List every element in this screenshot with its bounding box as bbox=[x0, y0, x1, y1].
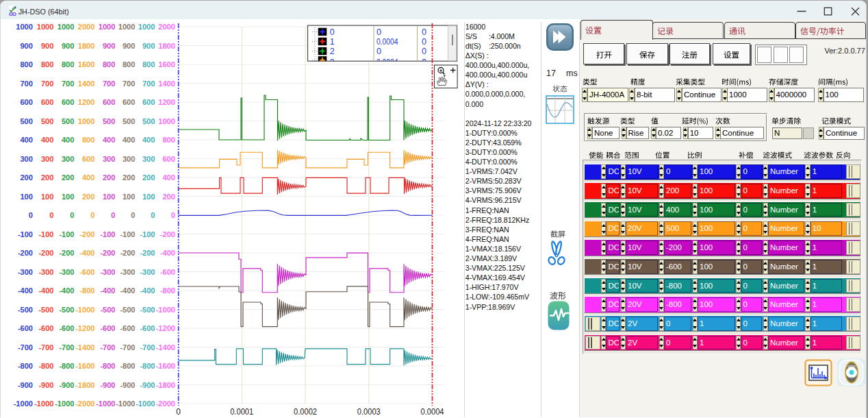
svg-text:200: 200 bbox=[82, 193, 95, 201]
svg-text:-300: -300 bbox=[120, 268, 135, 276]
svg-text:-600: -600 bbox=[160, 268, 175, 276]
svg-text:-900: -900 bbox=[120, 381, 135, 389]
svg-text:0: 0 bbox=[29, 211, 33, 219]
svg-text:-800: -800 bbox=[38, 362, 53, 370]
svg-text:-1800: -1800 bbox=[156, 381, 175, 389]
svg-text:-1400: -1400 bbox=[75, 343, 94, 352]
svg-text:1000: 1000 bbox=[99, 23, 116, 31]
svg-text:400: 400 bbox=[20, 136, 33, 144]
svg-text:-800: -800 bbox=[120, 362, 135, 370]
svg-text:600: 600 bbox=[20, 98, 33, 106]
svg-text:800: 800 bbox=[82, 136, 95, 144]
svg-text:-400: -400 bbox=[140, 286, 155, 295]
svg-text:-1600: -1600 bbox=[156, 362, 175, 370]
svg-text:-1400: -1400 bbox=[156, 343, 175, 352]
svg-text:500: 500 bbox=[62, 117, 75, 125]
svg-text:-1000: -1000 bbox=[136, 399, 155, 408]
svg-text:700: 700 bbox=[41, 79, 54, 88]
svg-text:500: 500 bbox=[20, 117, 33, 125]
svg-text:2000: 2000 bbox=[158, 23, 175, 31]
svg-text:800: 800 bbox=[41, 60, 54, 69]
svg-text:-600: -600 bbox=[120, 324, 135, 332]
svg-text:0: 0 bbox=[330, 27, 335, 37]
svg-text:400: 400 bbox=[103, 136, 116, 144]
svg-text:-500: -500 bbox=[120, 306, 135, 314]
svg-text:1600: 1600 bbox=[158, 60, 175, 69]
svg-text:400: 400 bbox=[162, 173, 175, 182]
svg-text:600: 600 bbox=[162, 155, 175, 163]
svg-text:1000: 1000 bbox=[58, 23, 75, 31]
svg-text:2000: 2000 bbox=[78, 23, 95, 31]
svg-text:1600: 1600 bbox=[78, 60, 95, 69]
svg-text:-100: -100 bbox=[120, 230, 135, 238]
svg-text:0: 0 bbox=[111, 211, 115, 219]
svg-text:100: 100 bbox=[142, 193, 155, 201]
svg-text:0.0004: 0.0004 bbox=[421, 407, 444, 417]
svg-text:-200: -200 bbox=[120, 249, 135, 257]
svg-text:600: 600 bbox=[82, 155, 95, 163]
svg-text:200: 200 bbox=[62, 173, 75, 182]
svg-text:400: 400 bbox=[82, 173, 95, 182]
svg-text:800: 800 bbox=[62, 60, 75, 69]
svg-text:-400: -400 bbox=[160, 249, 175, 257]
svg-text:1: 1 bbox=[330, 37, 335, 47]
svg-text:400: 400 bbox=[123, 136, 136, 144]
svg-text:-1200: -1200 bbox=[75, 324, 94, 332]
svg-text:-1800: -1800 bbox=[75, 381, 94, 389]
svg-text:400: 400 bbox=[142, 136, 155, 144]
svg-text:-900: -900 bbox=[59, 381, 74, 389]
svg-text:900: 900 bbox=[103, 42, 116, 50]
svg-text:0: 0 bbox=[376, 47, 381, 56]
svg-text:-1000: -1000 bbox=[75, 306, 94, 314]
svg-text:1200: 1200 bbox=[78, 98, 95, 106]
svg-text:600: 600 bbox=[103, 98, 116, 106]
svg-text:100: 100 bbox=[20, 193, 33, 201]
svg-text:800: 800 bbox=[123, 60, 136, 69]
svg-text:-200: -200 bbox=[160, 230, 175, 238]
svg-text:0: 0 bbox=[176, 407, 181, 417]
svg-text:1000: 1000 bbox=[37, 23, 54, 31]
svg-text:-800: -800 bbox=[140, 362, 155, 370]
svg-text:-300: -300 bbox=[140, 268, 155, 276]
svg-text:-500: -500 bbox=[140, 306, 155, 314]
svg-text:1200: 1200 bbox=[158, 98, 175, 106]
svg-text:0: 0 bbox=[49, 211, 53, 219]
svg-text:800: 800 bbox=[20, 60, 33, 69]
svg-text:700: 700 bbox=[20, 79, 33, 88]
svg-text:1000: 1000 bbox=[78, 117, 95, 125]
svg-text:1000: 1000 bbox=[138, 23, 155, 31]
svg-text:100: 100 bbox=[62, 193, 75, 201]
svg-text:600: 600 bbox=[62, 98, 75, 106]
svg-text:-900: -900 bbox=[100, 381, 115, 389]
svg-text:-1200: -1200 bbox=[156, 324, 175, 332]
svg-text:-700: -700 bbox=[18, 343, 33, 352]
svg-text:-300: -300 bbox=[18, 268, 33, 276]
svg-text:-800: -800 bbox=[100, 362, 115, 370]
svg-text:400: 400 bbox=[62, 136, 75, 144]
svg-text:-1000: -1000 bbox=[116, 399, 135, 408]
svg-text:0: 0 bbox=[422, 47, 426, 56]
svg-text:-1000: -1000 bbox=[34, 399, 53, 408]
svg-text:0: 0 bbox=[376, 27, 381, 37]
svg-text:-800: -800 bbox=[160, 286, 175, 295]
svg-text:700: 700 bbox=[62, 79, 75, 88]
svg-text:400: 400 bbox=[41, 136, 54, 144]
svg-text:-600: -600 bbox=[59, 324, 74, 332]
svg-text:0: 0 bbox=[151, 211, 155, 219]
svg-text:-400: -400 bbox=[38, 286, 53, 295]
svg-text:-900: -900 bbox=[38, 381, 53, 389]
svg-text:900: 900 bbox=[62, 42, 75, 50]
svg-text:800: 800 bbox=[162, 136, 175, 144]
svg-text:-600: -600 bbox=[100, 324, 115, 332]
svg-text:-1600: -1600 bbox=[75, 362, 94, 370]
svg-text:-100: -100 bbox=[18, 230, 33, 238]
svg-text:600: 600 bbox=[142, 98, 155, 106]
svg-text:-700: -700 bbox=[140, 343, 155, 352]
svg-text:-900: -900 bbox=[18, 381, 33, 389]
svg-text:900: 900 bbox=[123, 42, 136, 50]
svg-text:700: 700 bbox=[123, 79, 136, 88]
svg-text:600: 600 bbox=[123, 98, 136, 106]
svg-text:0: 0 bbox=[131, 211, 135, 219]
svg-text:-700: -700 bbox=[38, 343, 53, 352]
svg-text:-700: -700 bbox=[59, 343, 74, 352]
